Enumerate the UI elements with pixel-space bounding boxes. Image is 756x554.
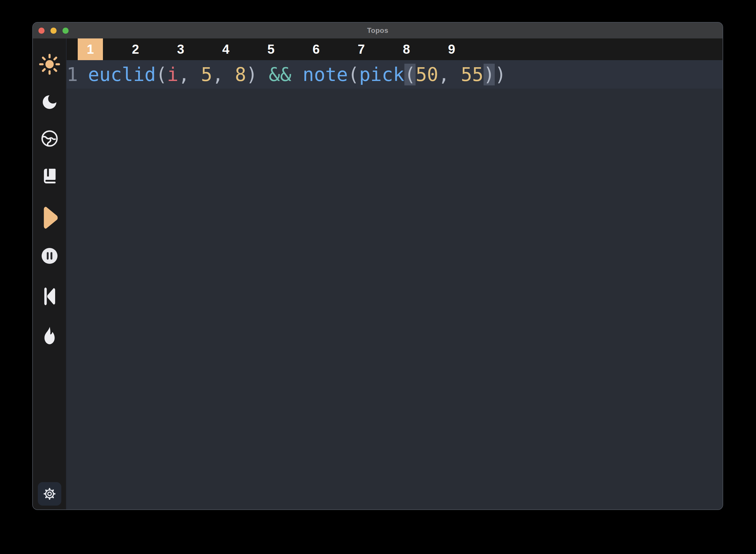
code-token: ( [156,64,167,86]
app-window: Topos [32,22,723,510]
code-token: 5 [201,64,212,86]
rewind-button[interactable] [41,285,58,308]
moon-icon [41,93,59,111]
sidebar [33,39,67,509]
matched-bracket: ) [484,64,495,86]
tab-2[interactable]: 2 [123,39,148,60]
tab-4[interactable]: 4 [213,39,238,60]
settings-button[interactable] [38,482,61,506]
code-token: 50 [416,64,438,86]
sun-icon [39,53,60,75]
skip-back-icon [41,285,58,308]
titlebar: Topos [33,22,722,39]
tab-7[interactable]: 7 [349,39,374,60]
tab-6[interactable]: 6 [304,39,329,60]
code-token: && [257,64,303,86]
code-token: ) [246,64,257,86]
window-title: Topos [33,26,722,35]
website-button[interactable] [40,129,59,148]
line-number: 1 [67,64,78,86]
globe-icon [40,129,59,148]
flush-button[interactable] [41,325,58,346]
pause-button[interactable] [40,246,59,266]
code-token: , [212,64,235,86]
play-button[interactable] [41,205,58,230]
pause-icon [40,246,59,266]
gear-icon [43,487,56,501]
code-token: ( [348,64,359,86]
code-token: ) [495,64,506,86]
theme-dark-button[interactable] [41,93,59,111]
flame-icon [41,325,58,346]
tab-5[interactable]: 5 [258,39,284,60]
code-line: 1 euclid(i, 5, 8) && note(pick(50, 55)) [67,60,722,89]
code-token: 55 [461,64,484,86]
tab-bar: 123456789 [67,39,722,60]
code-token: pick [359,64,404,86]
theme-light-button[interactable] [39,53,60,75]
code-token: i [167,64,179,86]
play-icon [41,205,58,230]
code-text: euclid(i, 5, 8) && note(pick(50, 55)) [88,64,506,86]
tab-9[interactable]: 9 [439,39,464,60]
matched-bracket: ( [404,64,416,86]
docs-button[interactable] [41,167,58,185]
code-token: 8 [235,64,246,86]
code-token: , [178,64,201,86]
code-token: euclid [88,64,156,86]
code-editor[interactable]: 1 euclid(i, 5, 8) && note(pick(50, 55)) [67,60,722,509]
tab-8[interactable]: 8 [394,39,419,60]
book-icon [41,167,58,185]
tab-1[interactable]: 1 [78,39,103,60]
code-token: , [438,64,461,86]
tab-3[interactable]: 3 [168,39,193,60]
code-token: note [303,64,348,86]
